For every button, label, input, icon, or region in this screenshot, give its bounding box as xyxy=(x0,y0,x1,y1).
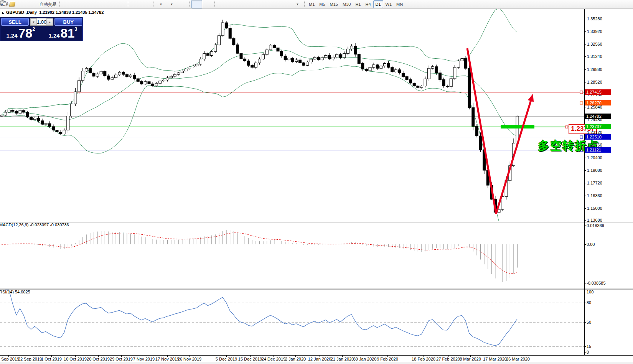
callout-anchor xyxy=(565,126,568,128)
terminal-button[interactable] xyxy=(16,0,27,8)
date-axis-label: 30 Jan 2020 xyxy=(353,357,377,361)
timeframe-button-H4[interactable]: H4 xyxy=(363,0,373,8)
bb-middle xyxy=(2,50,517,136)
price-axis-tick: 1.13680 xyxy=(587,218,602,222)
buy-price[interactable]: 1.24 81 3 xyxy=(43,26,83,40)
volume-increase-button[interactable]: ▲ xyxy=(46,18,53,25)
date-axis-label: 24 Dec 2019 xyxy=(262,357,285,361)
zoom-in-button[interactable] xyxy=(94,0,105,8)
price-axis-tick: 1.31240 xyxy=(587,54,602,59)
timeframe-button-W1[interactable]: W1 xyxy=(383,0,394,8)
toolbar-separator xyxy=(153,2,154,7)
date-axis-label: 2 Sep 2019 xyxy=(0,357,19,361)
timeframe-button-MN[interactable]: MN xyxy=(394,0,405,8)
new-order-button[interactable]: 新订单 xyxy=(0,0,16,8)
timeframe-button-M30[interactable]: M30 xyxy=(340,0,353,8)
price-level-label: 1.21121 xyxy=(585,147,611,153)
buy-button[interactable]: BUY xyxy=(54,18,82,26)
bar-chart-button[interactable] xyxy=(62,0,73,8)
search-button[interactable] xyxy=(609,0,620,8)
macd-label: MACD(12,26,9) -0.023097 -0.030736 xyxy=(0,222,69,227)
volume-decrease-button[interactable]: ▼ xyxy=(30,18,37,25)
text-button[interactable]: A xyxy=(270,0,281,8)
date-axis-label: 15 Dec 2019 xyxy=(238,357,262,361)
buy-price-big: 81 xyxy=(61,28,75,38)
collapse-trade-panel-icon[interactable]: ◣ xyxy=(2,11,5,15)
price-axis-tick: 1.21760 xyxy=(587,143,602,147)
chart-settings-button[interactable] xyxy=(177,0,188,8)
mt4-terminal: 新订单 自动交易 xyxy=(0,0,633,364)
zoom-out-button[interactable] xyxy=(105,0,115,8)
crosshair-button[interactable] xyxy=(202,0,213,8)
green-level-bar xyxy=(501,125,534,128)
buy-price-small: 1.24 xyxy=(48,33,59,38)
sell-button[interactable]: SELL xyxy=(1,18,29,26)
sell-price[interactable]: 1.24 78 2 xyxy=(0,26,41,40)
line-chart-button[interactable] xyxy=(83,0,94,8)
ohlc-values: 1.21902 1.24838 1.21435 1.24782 xyxy=(39,10,104,15)
chevron-down-icon: ▼ xyxy=(160,3,163,6)
date-axis-label: 26 Mar 2020 xyxy=(506,357,530,361)
arrows-button[interactable]: ▼ xyxy=(292,0,303,8)
level-lines xyxy=(0,91,584,152)
price-axis-tick: 1.29880 xyxy=(587,67,602,72)
price-axis-tick: 1.17720 xyxy=(587,181,602,185)
volume-box: ▼ 1.00 ▲ xyxy=(30,18,53,26)
toolbar-separator xyxy=(128,2,129,7)
tile-windows-button[interactable] xyxy=(115,0,126,8)
trendline-button[interactable] xyxy=(238,0,249,8)
macd-layer xyxy=(2,230,518,282)
text-label-button[interactable]: T xyxy=(281,0,292,8)
date-axis-label: 22 Sep 2019 xyxy=(18,357,42,361)
date-axis-label: 5 Dec 2019 xyxy=(216,357,237,361)
fibonacci-button[interactable]: F xyxy=(260,0,270,8)
timeframe-button-D1[interactable]: D1 xyxy=(373,0,383,8)
price-level-label: 1.22510 xyxy=(585,134,611,140)
sell-price-small: 1.24 xyxy=(6,33,17,38)
auto-scroll-button[interactable] xyxy=(130,0,141,8)
sell-price-big: 78 xyxy=(18,28,33,38)
rsi-axis-tick: 0 xyxy=(587,350,589,354)
rsi-axis-tick: 80 xyxy=(587,300,591,305)
main-chart-layer xyxy=(2,8,517,240)
rsi-layer xyxy=(0,290,584,347)
date-axis-label: 21 Jan 2020 xyxy=(331,357,354,361)
chevron-down-icon: ▼ xyxy=(296,3,299,6)
volume-input[interactable]: 1.00 xyxy=(37,18,46,25)
timeframe-button-M15[interactable]: M15 xyxy=(328,0,340,8)
symbol-period: GBPUSD-,Daily xyxy=(6,10,37,15)
cursor-button[interactable] xyxy=(191,0,202,8)
chevron-down-icon: ▼ xyxy=(170,3,173,6)
price-level-label: 1.26270 xyxy=(585,100,611,105)
timeframe-button-M5[interactable]: M5 xyxy=(317,0,327,8)
new-order-label: 新订单 xyxy=(0,2,9,7)
date-axis-label: 29 Oct 2019 xyxy=(110,357,133,361)
rsi-line xyxy=(5,290,517,346)
horizontal-line-button[interactable] xyxy=(227,0,238,8)
bb-lower xyxy=(2,66,517,240)
date-axis-label: 7 Nov 2019 xyxy=(133,357,155,361)
price-axis-tick: 1.19080 xyxy=(587,168,602,173)
chat-button[interactable] xyxy=(620,0,631,8)
chart-canvas[interactable] xyxy=(0,0,633,364)
date-axis-label: 9 Feb 2020 xyxy=(377,357,398,361)
date-axis-label: 2 Jan 2020 xyxy=(285,357,306,361)
timeframe-button-H1[interactable]: H1 xyxy=(353,0,363,8)
date-axis-label: 17 Mar 2020 xyxy=(483,357,507,361)
toolbar-right-group xyxy=(609,0,633,8)
price-level-label: 1.24782 xyxy=(585,114,611,119)
candlestick-chart-button[interactable] xyxy=(73,0,83,8)
rsi-axis-tick: 100 xyxy=(587,290,593,294)
red-v-arrow xyxy=(467,48,532,214)
buy-price-sup: 3 xyxy=(74,26,77,31)
chart-shift-button[interactable] xyxy=(141,0,152,8)
vertical-line-button[interactable] xyxy=(217,0,227,8)
price-axis-tick: 1.32560 xyxy=(587,42,602,46)
timeframe-button-M1[interactable]: M1 xyxy=(307,0,317,8)
signal-button[interactable] xyxy=(27,0,38,8)
autotrading-button[interactable]: 自动交易 xyxy=(38,0,58,8)
price-axis-tick: 1.16360 xyxy=(587,193,602,198)
profiles-button[interactable]: ▼ xyxy=(166,0,177,8)
equidistant-channel-button[interactable]: E xyxy=(249,0,260,8)
new-chart-button[interactable]: ▼ xyxy=(155,0,166,8)
